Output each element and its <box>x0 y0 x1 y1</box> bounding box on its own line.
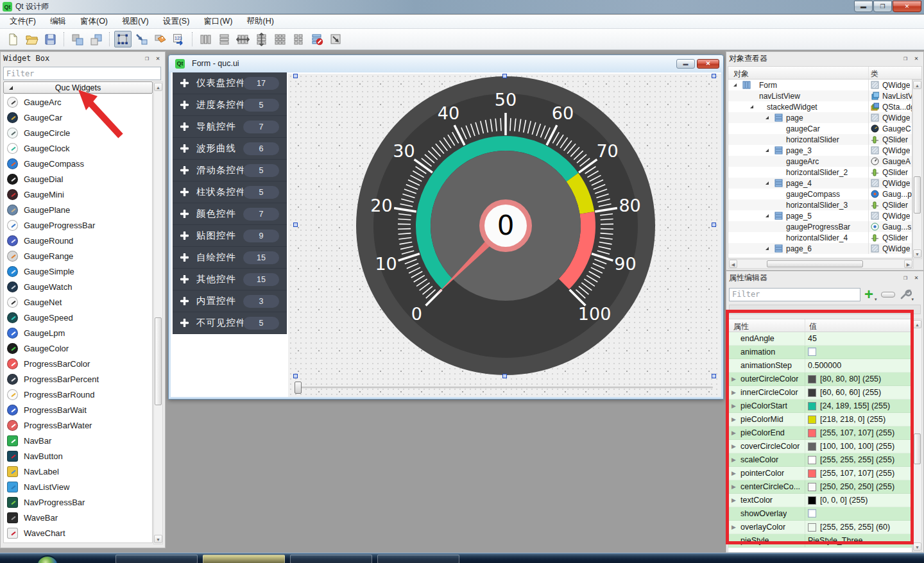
configure-wrench-icon[interactable] <box>899 288 912 301</box>
save-file-button[interactable] <box>42 31 59 47</box>
object-tree-hscrollbar[interactable]: ◀ ▶ <box>728 259 914 269</box>
nav-item[interactable]: 导航控件7 <box>173 116 287 138</box>
expand-icon[interactable] <box>733 83 737 87</box>
object-tree-row-page_3[interactable]: page_3QWidge <box>728 145 912 156</box>
nav-item[interactable]: 颜色控件7 <box>173 203 287 225</box>
object-tree-row-horizontalSlider_4[interactable]: horizontalSlider_4QSlider <box>728 232 912 243</box>
widget-item-wavebar[interactable]: WaveBar <box>4 510 152 525</box>
widget-item-gaugewatch[interactable]: GaugeWatch <box>4 279 152 294</box>
object-tree-row-horizontalSlider_3[interactable]: horizontalSlider_3QSlider <box>728 199 912 210</box>
menu-item[interactable]: 窗体(O) <box>73 14 115 29</box>
selection-handle[interactable] <box>293 74 298 78</box>
object-tree-row-navListView[interactable]: navListViewNavListV <box>728 90 912 101</box>
expand-icon[interactable] <box>766 149 769 152</box>
nav-item[interactable]: 内置控件3 <box>173 290 287 312</box>
float-dock-icon[interactable]: ❐ <box>901 55 910 63</box>
edit-tab-order-button[interactable]: 123 <box>170 31 187 47</box>
widget-item-gaugesimple[interactable]: GaugeSimple <box>4 264 152 279</box>
menu-item[interactable]: 文件(F) <box>3 14 43 29</box>
widget-item-navbutton[interactable]: NavButton <box>4 448 152 464</box>
menu-item[interactable]: 编辑 <box>43 14 73 29</box>
selection-handle[interactable] <box>712 374 716 378</box>
close-dock-icon[interactable]: ✕ <box>912 55 921 63</box>
open-file-button[interactable] <box>23 31 40 47</box>
object-tree-row-gaugeArc[interactable]: gaugeArcGaugeA <box>728 156 912 167</box>
object-tree-row-stackedWidget[interactable]: stackedWidgetQSta...dg <box>728 101 912 112</box>
menu-item[interactable]: 帮助(H) <box>240 14 281 29</box>
add-property-icon[interactable]: + <box>864 288 873 301</box>
widget-item-wavechart[interactable]: WaveChart <box>4 525 152 541</box>
widget-list-scrollbar[interactable]: ▲ ▼ <box>153 81 163 544</box>
scroll-down-icon[interactable]: ▼ <box>154 535 162 543</box>
object-tree-row-page[interactable]: pageQWidge <box>728 112 912 123</box>
scroll-down-icon[interactable]: ▼ <box>913 249 921 258</box>
widget-item-gaugedial[interactable]: GaugeDial <box>4 171 152 187</box>
nav-item[interactable]: 其他控件15 <box>173 269 287 290</box>
widget-item-progressbarround[interactable]: ProgressBarRound <box>4 387 152 402</box>
close-button[interactable]: ✕ <box>893 1 921 12</box>
menu-item[interactable]: 窗口(W) <box>196 14 239 29</box>
layout-split-horizontal-button[interactable] <box>234 31 252 47</box>
widget-filter-input[interactable] <box>3 67 161 80</box>
expand-icon[interactable] <box>750 105 753 108</box>
expand-icon[interactable] <box>766 247 769 250</box>
object-tree-vscrollbar[interactable]: ▲ ▼ <box>912 80 922 259</box>
widget-item-gaugemini[interactable]: GaugeMini <box>4 187 152 202</box>
edit-widgets-button[interactable] <box>114 31 132 47</box>
horizontal-slider-groove[interactable] <box>297 387 713 389</box>
layout-form-button[interactable] <box>290 31 307 47</box>
form-titlebar[interactable]: Qt Form - quc.ui ▬ ✕ <box>169 55 723 72</box>
layout-grid-button[interactable] <box>271 31 289 47</box>
widget-item-gaugelpm[interactable]: GaugeLpm <box>4 325 152 340</box>
scroll-up-icon[interactable]: ▲ <box>913 320 921 328</box>
widget-item-progressbarpercent[interactable]: ProgressBarPercent <box>4 371 152 387</box>
selection-handle[interactable] <box>502 74 507 78</box>
expand-icon[interactable] <box>766 116 769 119</box>
widget-item-gaugespeed[interactable]: GaugeSpeed <box>4 310 152 325</box>
float-dock-icon[interactable]: ❐ <box>142 55 151 63</box>
taskbar-app-button[interactable] <box>377 555 459 563</box>
object-tree-row-horizontalSlider_2[interactable]: horizontalSlider_2QSlider <box>728 167 912 178</box>
object-tree-row-horizontalSlider[interactable]: horizontalSliderQSlider <box>728 134 912 145</box>
selection-handle[interactable] <box>712 74 716 78</box>
new-file-button[interactable] <box>4 31 22 47</box>
scroll-up-icon[interactable]: ▲ <box>913 81 921 89</box>
widget-item-progressbarwater[interactable]: ProgressBarWater <box>4 417 152 433</box>
expand-icon[interactable] <box>766 181 769 185</box>
scroll-down-icon[interactable]: ▼ <box>913 542 921 551</box>
taskbar-app-button[interactable] <box>203 555 285 563</box>
layout-horizontal-button[interactable] <box>197 31 214 47</box>
widget-item-progressbarcolor[interactable]: ProgressBarColor <box>4 356 152 371</box>
remove-property-icon[interactable] <box>881 292 895 298</box>
object-tree-row-page_6[interactable]: page_6QWidge <box>728 243 912 254</box>
widget-item-progressbarwait[interactable]: ProgressBarWait <box>4 402 152 417</box>
nav-item[interactable]: 贴图控件9 <box>173 225 287 247</box>
widget-item-gaugeplane[interactable]: GaugePlane <box>4 202 152 217</box>
nav-item[interactable]: 滑动条控件5 <box>173 160 287 181</box>
property-filter-input[interactable] <box>729 288 860 301</box>
adjust-size-button[interactable] <box>327 31 345 47</box>
widget-raise-button[interactable] <box>69 31 86 47</box>
horizontal-slider-handle[interactable] <box>295 382 302 394</box>
selection-handle[interactable] <box>712 223 716 227</box>
form-close-button[interactable]: ✕ <box>697 59 719 69</box>
minimize-button[interactable]: ▬ <box>854 1 873 12</box>
scroll-left-icon[interactable]: ◀ <box>729 260 737 268</box>
widget-item-navbar[interactable]: NavBar <box>4 433 152 448</box>
scroll-up-icon[interactable]: ▲ <box>154 83 162 91</box>
object-tree-row-page_4[interactable]: page_4QWidge <box>728 178 912 189</box>
selection-handle[interactable] <box>293 374 298 378</box>
widget-item-gaugeprogressbar[interactable]: GaugeProgressBar <box>4 217 152 233</box>
edit-buddies-button[interactable] <box>151 31 169 47</box>
layout-split-vertical-button[interactable] <box>253 31 270 47</box>
widget-item-gaugenet[interactable]: GaugeNet <box>4 294 152 310</box>
object-tree-row-Form[interactable]: FormQWidge <box>728 80 912 90</box>
form-canvas[interactable]: 01020304050607080901000 <box>288 74 721 397</box>
float-dock-icon[interactable]: ❐ <box>901 274 910 282</box>
nav-item[interactable]: 仪表盘控件17 <box>173 72 287 94</box>
nav-item[interactable]: 进度条控件5 <box>173 94 287 116</box>
close-dock-icon[interactable]: ✕ <box>912 274 921 282</box>
object-tree-row-gaugeProgressBar[interactable]: gaugeProgressBarGaug...s <box>728 221 912 232</box>
widget-item-gaugecolor[interactable]: GaugeColor <box>4 340 152 356</box>
widget-item-gaugerange[interactable]: GaugeRange <box>4 248 152 264</box>
